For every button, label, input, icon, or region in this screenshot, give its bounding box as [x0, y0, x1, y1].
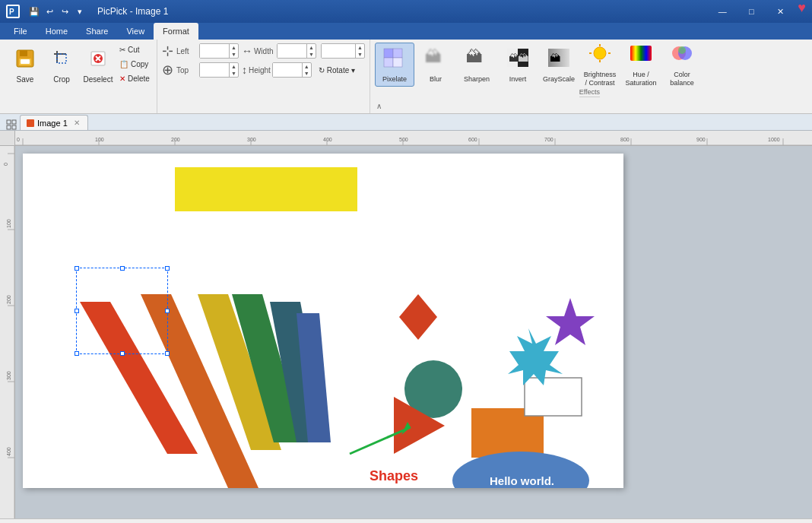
canvas-scroll-area[interactable]: Hello world. Shapes LINE Curved Arrow wi… [15, 146, 812, 518]
canvas-wrapper: Hello world. Shapes LINE Curved Arrow wi… [15, 146, 639, 503]
ribbon-collapse-button[interactable]: ∧ [375, 102, 384, 110]
deselect-label: Deselect [84, 75, 113, 84]
maximize-button[interactable]: □ [737, 0, 766, 23]
top-input[interactable]: 199 px ▲ ▼ [199, 62, 239, 78]
svg-text:100: 100 [95, 137, 104, 142]
svg-text:0: 0 [17, 137, 20, 142]
cut-icon: ✂ [119, 46, 125, 54]
svg-rect-38 [15, 131, 812, 146]
pixelate-button[interactable]: Pixelate [375, 43, 414, 87]
svg-text:Shapes: Shapes [370, 468, 418, 483]
hue-label: Hue /Saturation [625, 71, 656, 87]
redo-qa-button[interactable]: ↪ [58, 5, 71, 18]
window-controls: — □ ✕ ♥ [708, 0, 806, 23]
svg-rect-13 [384, 49, 393, 58]
svg-text:0: 0 [3, 163, 8, 166]
canvas-container: 0 100 200 300 400 500 600 700 800 900 [0, 131, 812, 518]
top-label: Top [176, 66, 198, 74]
width-input[interactable]: 121 px ▲ ▼ [277, 43, 316, 59]
width-up-arrow[interactable]: ▲ [307, 44, 316, 51]
svg-text:400: 400 [323, 137, 332, 142]
height-input[interactable]: 114 px ▲ ▼ [272, 62, 312, 78]
save-button[interactable]: Save [8, 43, 43, 88]
left-input[interactable]: 76 px ▲ ▼ [199, 43, 239, 59]
height-icon: ↕ [242, 64, 247, 76]
svg-rect-8 [57, 54, 66, 63]
top-down-arrow[interactable]: ▼ [230, 70, 238, 77]
delete-button[interactable]: ✕ Delete [117, 71, 152, 85]
effects-buttons: Pixelate 🏔 Blur 🏔 Sharpen [375, 43, 804, 87]
height-up-arrow[interactable]: ▲ [303, 63, 311, 70]
zoom-value[interactable]: 100 % [322, 44, 355, 58]
deselect-icon [87, 48, 109, 74]
hue-icon [629, 43, 653, 68]
svg-text:🏔: 🏔 [518, 52, 528, 64]
height-arrows[interactable]: ▲ ▼ [302, 63, 311, 77]
top-arrows[interactable]: ▲ ▼ [229, 63, 238, 77]
ribbon-group-effects: Pixelate 🏔 Blur 🏔 Sharpen [370, 40, 809, 113]
tab-format[interactable]: Format [154, 23, 198, 40]
left-up-arrow[interactable]: ▲ [230, 44, 238, 51]
tab-view[interactable]: View [117, 23, 154, 40]
document-tab-image1[interactable]: Image 1 ✕ [20, 115, 88, 130]
svg-rect-15 [384, 58, 393, 67]
color-balance-button[interactable]: Colorbalance [662, 43, 702, 87]
brightness-button[interactable]: Brightness/ Contrast [580, 43, 620, 87]
clipboard-column: ✂ Cut 📋 Copy ✕ Delete [117, 43, 152, 85]
svg-text:LINE: LINE [297, 483, 341, 488]
top-value[interactable]: 199 px [200, 63, 229, 77]
top-up-arrow[interactable]: ▲ [230, 63, 238, 70]
tab-share[interactable]: Share [77, 23, 117, 40]
height-value[interactable]: 114 px [273, 63, 302, 77]
left-arrows[interactable]: ▲ ▼ [229, 44, 238, 58]
undo-qa-button[interactable]: ↩ [43, 5, 56, 18]
hue-saturation-button[interactable]: Hue /Saturation [621, 43, 661, 87]
cut-button[interactable]: ✂ Cut [117, 43, 152, 56]
close-button[interactable]: ✕ [766, 0, 795, 23]
svg-marker-88 [508, 328, 563, 385]
title-bar-left: P 💾 ↩ ↪ ▾ PicPick - Image 1 [6, 5, 168, 18]
tab-file[interactable]: File [5, 23, 36, 40]
crop-button[interactable]: Crop [44, 43, 79, 88]
height-input-row: ↕ Height 114 px ▲ ▼ ↻ Rotate ▾ [242, 62, 357, 78]
minimize-button[interactable]: — [708, 0, 737, 23]
width-arrows[interactable]: ▲ ▼ [306, 44, 316, 58]
qa-dropdown-button[interactable]: ▾ [73, 5, 87, 18]
left-down-arrow[interactable]: ▼ [230, 51, 238, 58]
tab-home[interactable]: Home [36, 23, 77, 40]
zoom-input[interactable]: 100 % ▲ ▼ [321, 43, 365, 59]
svg-text:🏔: 🏔 [425, 47, 442, 66]
svg-rect-37 [12, 125, 16, 129]
deselect-button[interactable]: Deselect [81, 43, 116, 88]
left-label: Left [176, 47, 198, 55]
zoom-up-arrow[interactable]: ▲ [356, 44, 364, 51]
svg-text:900: 900 [696, 137, 706, 142]
svg-text:300: 300 [247, 137, 256, 142]
sharpen-button[interactable]: 🏔 Sharpen [457, 43, 496, 87]
invert-button[interactable]: 🏔🏔 Invert [498, 43, 538, 87]
zoom-arrows[interactable]: ▲ ▼ [355, 44, 364, 58]
height-down-arrow[interactable]: ▼ [303, 70, 311, 77]
blur-label: Blur [430, 75, 442, 83]
zoom-down-arrow[interactable]: ▼ [356, 51, 364, 58]
rotate-dropdown-icon: ▾ [351, 66, 355, 74]
sharpen-icon: 🏔 [465, 47, 489, 73]
width-value[interactable]: 121 px [278, 44, 306, 58]
svg-rect-36 [7, 125, 11, 129]
ruler-horizontal: 0 100 200 300 400 500 600 700 800 900 [15, 131, 812, 146]
copy-button[interactable]: 📋 Copy [117, 57, 152, 71]
crop-icon [51, 48, 72, 74]
rotate-button[interactable]: ↻ Rotate ▾ [316, 63, 357, 77]
left-value[interactable]: 76 px [200, 44, 229, 58]
blur-button[interactable]: 🏔 Blur [416, 43, 455, 87]
save-qa-button[interactable]: 💾 [27, 5, 41, 18]
grayscale-button[interactable]: 🏔 GrayScale [539, 43, 579, 87]
delete-icon: ✕ [119, 74, 125, 83]
width-down-arrow[interactable]: ▼ [307, 51, 316, 58]
svg-rect-87 [525, 378, 582, 416]
svg-marker-83 [399, 294, 437, 340]
tab-close-button[interactable]: ✕ [74, 119, 80, 127]
svg-rect-76 [175, 167, 357, 211]
ribbon: Save Crop Deselect ✂ Cut [0, 40, 812, 114]
brightness-icon [588, 43, 612, 68]
